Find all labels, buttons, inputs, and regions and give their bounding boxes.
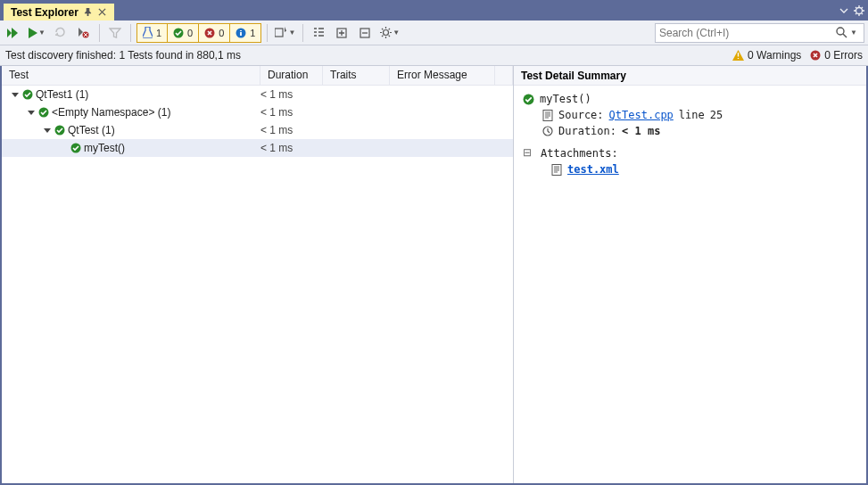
pin-icon[interactable] xyxy=(84,8,93,16)
search-box[interactable]: ▼ xyxy=(655,23,864,43)
settings-button[interactable]: ▼ xyxy=(378,23,401,43)
tree-row[interactable]: <Empty Namespace> (1)< 1 ms xyxy=(2,103,513,121)
test-counts-group: 1 0 0 1 xyxy=(136,23,262,43)
pass-icon xyxy=(22,89,33,100)
pass-icon xyxy=(54,125,65,136)
search-input[interactable] xyxy=(659,27,836,39)
content-area: Test Duration Traits Error Message QtTes… xyxy=(2,66,866,483)
failed-tests-pill[interactable]: 0 xyxy=(199,24,230,42)
document-icon xyxy=(542,110,553,121)
run-button[interactable]: ▼ xyxy=(27,23,47,43)
passed-tests-pill[interactable]: 0 xyxy=(168,24,199,42)
tree-cell-test: QtTest1 (1) xyxy=(2,88,260,101)
errors-text: 0 Errors xyxy=(824,49,863,62)
tree-cell-duration: < 1 ms xyxy=(260,106,323,119)
detail-header: Test Detail Summary xyxy=(514,66,866,86)
source-line-prefix: line xyxy=(679,109,705,121)
playlist-button[interactable]: ▼ xyxy=(273,23,297,43)
source-line: 25 xyxy=(710,109,723,121)
tree-node-label: QtTest (1) xyxy=(68,124,115,136)
cancel-run-button[interactable] xyxy=(74,23,94,43)
svg-point-9 xyxy=(837,28,844,35)
duration-value: < 1 ms xyxy=(622,125,660,137)
close-icon[interactable] xyxy=(98,8,107,16)
warnings-text: 0 Warnings xyxy=(748,49,801,62)
window-dropdown-icon[interactable] xyxy=(839,6,848,15)
gear-icon[interactable] xyxy=(854,5,864,16)
search-icon[interactable] xyxy=(836,27,847,38)
svg-point-0 xyxy=(856,7,863,13)
source-label: Source: xyxy=(558,109,604,121)
repeat-button[interactable] xyxy=(51,23,70,43)
run-all-button[interactable] xyxy=(4,23,23,43)
col-duration[interactable]: Duration xyxy=(260,66,323,85)
failed-count: 0 xyxy=(219,28,224,38)
status-text: Test discovery finished: 1 Tests found i… xyxy=(5,49,241,62)
collapse-button[interactable] xyxy=(355,23,375,43)
passed-count: 0 xyxy=(187,28,193,38)
test-list-panel: Test Duration Traits Error Message QtTes… xyxy=(2,66,514,483)
duration-label: Duration: xyxy=(558,125,616,137)
document-icon xyxy=(551,164,562,176)
tree-cell-test: <Empty Namespace> (1) xyxy=(2,106,260,119)
errors-status[interactable]: 0 Errors xyxy=(810,49,863,62)
tree-row[interactable]: myTest()< 1 ms xyxy=(2,139,513,157)
collapse-icon[interactable]: ⊟ xyxy=(523,146,532,160)
col-spare[interactable] xyxy=(495,66,513,85)
tree-cell-duration: < 1 ms xyxy=(260,124,323,136)
detail-source-row: Source: QtTest.cpp line 25 xyxy=(542,107,857,123)
tree-cell-duration: < 1 ms xyxy=(260,142,323,154)
dropdown-caret-icon: ▼ xyxy=(288,29,295,37)
search-dropdown-icon[interactable]: ▼ xyxy=(847,29,860,37)
warnings-status[interactable]: 0 Warnings xyxy=(732,49,801,62)
attachment-item: test.xml xyxy=(551,161,857,177)
attachments-section: ⊟ Attachments: test.xml xyxy=(523,144,857,177)
svg-rect-18 xyxy=(552,164,561,175)
expander-icon[interactable] xyxy=(11,90,20,99)
window-title: Test Explorer xyxy=(11,6,79,19)
column-headers: Test Duration Traits Error Message xyxy=(2,66,513,86)
attachments-header-row: ⊟ Attachments: xyxy=(523,144,857,161)
total-tests-pill[interactable]: 1 xyxy=(137,24,168,42)
detail-test-name: myTest() xyxy=(540,93,591,105)
clock-icon xyxy=(542,126,553,136)
col-traits[interactable]: Traits xyxy=(323,66,390,85)
dropdown-caret-icon: ▼ xyxy=(393,29,400,37)
source-file-link[interactable]: QtTest.cpp xyxy=(609,109,674,121)
info-count: 1 xyxy=(250,28,255,38)
tree-node-label: myTest() xyxy=(84,142,125,154)
detail-name-row: myTest() xyxy=(523,91,857,107)
svg-rect-16 xyxy=(543,110,552,120)
tree-row[interactable]: QtTest1 (1)< 1 ms xyxy=(2,86,513,103)
col-error[interactable]: Error Message xyxy=(390,66,495,85)
dropdown-caret-icon: ▼ xyxy=(38,29,45,37)
tree-row[interactable]: QtTest (1)< 1 ms xyxy=(2,121,513,139)
detail-panel: Test Detail Summary myTest() Source: QtT… xyxy=(514,66,866,483)
info-tests-pill[interactable]: 1 xyxy=(230,24,260,42)
toolbar: ▼ 1 0 0 1 ▼ xyxy=(0,21,868,45)
total-count: 1 xyxy=(156,28,161,38)
pass-icon xyxy=(38,107,49,118)
col-test[interactable]: Test xyxy=(2,66,260,85)
expander-icon[interactable] xyxy=(43,126,52,135)
pass-icon xyxy=(70,143,81,153)
group-by-button[interactable] xyxy=(309,23,328,43)
tree-cell-test: QtTest (1) xyxy=(2,124,260,136)
tree-cell-test: myTest() xyxy=(2,142,260,154)
attachments-label: Attachments: xyxy=(541,147,618,160)
detail-body: myTest() Source: QtTest.cpp line 25 Dura… xyxy=(514,86,866,483)
attachment-link[interactable]: test.xml xyxy=(567,163,619,176)
svg-point-8 xyxy=(384,30,389,36)
tree-node-label: <Empty Namespace> (1) xyxy=(52,106,170,119)
detail-duration-row: Duration: < 1 ms xyxy=(542,123,857,139)
tree-node-label: QtTest1 (1) xyxy=(36,88,88,101)
expander-icon xyxy=(59,144,68,152)
filter-button[interactable] xyxy=(105,23,125,43)
tree-cell-duration: < 1 ms xyxy=(260,88,323,101)
expand-button[interactable] xyxy=(332,23,351,43)
svg-rect-5 xyxy=(275,29,283,37)
status-bar: Test discovery finished: 1 Tests found i… xyxy=(0,45,868,66)
test-tree: QtTest1 (1)< 1 ms<Empty Namespace> (1)< … xyxy=(2,86,513,483)
window-tab[interactable]: Test Explorer xyxy=(4,4,114,21)
expander-icon[interactable] xyxy=(27,108,36,117)
